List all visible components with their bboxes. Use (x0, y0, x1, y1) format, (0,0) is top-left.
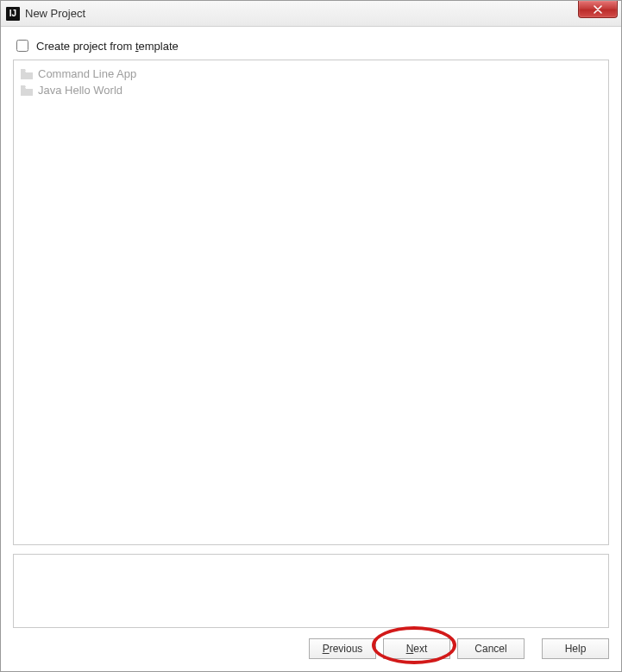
footer-button-bar: Previous Next Cancel Help (1, 628, 621, 671)
dialog-window: IJ New Project Create project from templ… (0, 0, 622, 672)
titlebar: IJ New Project (1, 1, 621, 27)
list-item[interactable]: Java Hello World (19, 82, 603, 98)
list-item-label: Java Hello World (38, 84, 123, 97)
next-button[interactable]: Next (383, 638, 450, 659)
list-item[interactable]: Command Line App (19, 66, 603, 82)
create-from-template-checkbox[interactable] (16, 40, 28, 52)
list-item-label: Command Line App (38, 67, 136, 80)
window-title: New Project (25, 7, 573, 20)
app-icon: IJ (6, 7, 20, 21)
window-controls (578, 1, 618, 26)
template-list[interactable]: Command Line App Java Hello World (13, 60, 609, 545)
previous-button[interactable]: Previous (309, 638, 376, 659)
cancel-button[interactable]: Cancel (457, 638, 525, 659)
create-from-template-label[interactable]: Create project from template (36, 40, 179, 53)
folder-icon (21, 85, 33, 96)
folder-icon (21, 69, 33, 79)
help-button[interactable]: Help (542, 638, 609, 659)
description-panel (13, 554, 609, 628)
close-button[interactable] (578, 1, 618, 18)
create-from-template-row: Create project from template (13, 37, 609, 54)
content-area: Create project from template Command Lin… (1, 27, 621, 628)
